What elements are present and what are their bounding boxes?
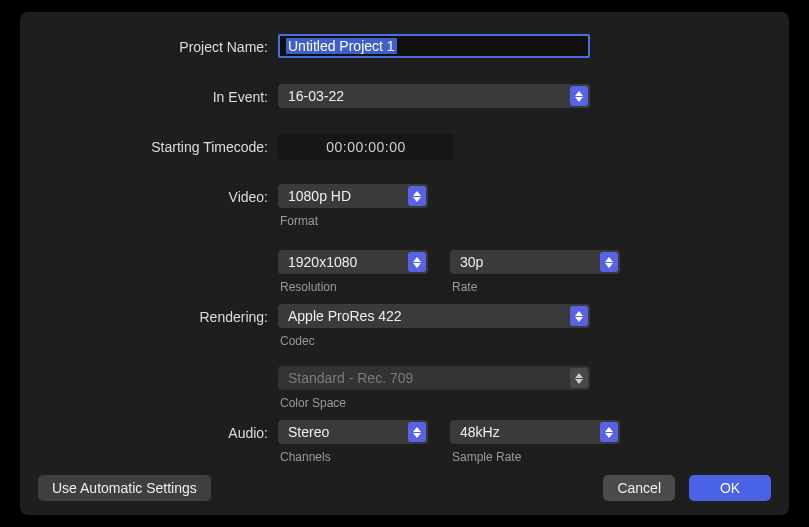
codec-popup[interactable]: Apple ProRes 422 bbox=[278, 304, 590, 328]
sub-rate: Rate bbox=[452, 280, 620, 294]
channels-popup[interactable]: Stereo bbox=[278, 420, 428, 444]
channels-value: Stereo bbox=[288, 424, 329, 440]
video-format-popup[interactable]: 1080p HD bbox=[278, 184, 428, 208]
row-starting-tc: Starting Timecode: 00:00:00:00 bbox=[38, 134, 771, 162]
codec-value: Apple ProRes 422 bbox=[288, 308, 402, 324]
updown-icon bbox=[570, 86, 588, 106]
label-project-name: Project Name: bbox=[38, 34, 278, 60]
updown-icon bbox=[600, 422, 618, 442]
project-name-input[interactable]: Untitled Project 1 bbox=[278, 34, 590, 58]
sub-sample-rate: Sample Rate bbox=[452, 450, 620, 464]
project-name-text: Untitled Project 1 bbox=[286, 38, 397, 54]
label-rendering: Rendering: bbox=[38, 304, 278, 330]
updown-icon bbox=[408, 186, 426, 206]
color-space-popup[interactable]: Standard - Rec. 709 bbox=[278, 366, 590, 390]
color-space-value: Standard - Rec. 709 bbox=[288, 370, 413, 386]
timecode-input[interactable]: 00:00:00:00 bbox=[278, 134, 454, 160]
event-popup[interactable]: 16-03-22 bbox=[278, 84, 590, 108]
cancel-button[interactable]: Cancel bbox=[603, 475, 675, 501]
row-in-event: In Event: 16-03-22 bbox=[38, 84, 771, 112]
updown-icon bbox=[600, 252, 618, 272]
sub-codec: Codec bbox=[280, 334, 590, 348]
updown-icon bbox=[408, 252, 426, 272]
video-format-value: 1080p HD bbox=[288, 188, 351, 204]
footer: Use Automatic Settings Cancel OK bbox=[38, 475, 771, 501]
label-starting-tc: Starting Timecode: bbox=[38, 134, 278, 160]
row-video: Video: 1080p HD Format bbox=[38, 184, 771, 294]
ok-button[interactable]: OK bbox=[689, 475, 771, 501]
updown-icon bbox=[570, 306, 588, 326]
updown-icon bbox=[570, 368, 588, 388]
sub-resolution: Resolution bbox=[280, 280, 428, 294]
resolution-popup[interactable]: 1920x1080 bbox=[278, 250, 428, 274]
rate-popup[interactable]: 30p bbox=[450, 250, 620, 274]
label-video: Video: bbox=[38, 184, 278, 210]
row-project-name: Project Name: Untitled Project 1 bbox=[38, 34, 771, 62]
sample-rate-value: 48kHz bbox=[460, 424, 500, 440]
sub-channels: Channels bbox=[280, 450, 428, 464]
new-project-dialog: Project Name: Untitled Project 1 In Even… bbox=[20, 12, 789, 515]
updown-icon bbox=[408, 422, 426, 442]
label-in-event: In Event: bbox=[38, 84, 278, 110]
use-automatic-settings-button[interactable]: Use Automatic Settings bbox=[38, 475, 211, 501]
sub-color-space: Color Space bbox=[280, 396, 590, 410]
event-value: 16-03-22 bbox=[288, 88, 344, 104]
form: Project Name: Untitled Project 1 In Even… bbox=[38, 34, 771, 464]
row-rendering: Rendering: Apple ProRes 422 Codec bbox=[38, 304, 771, 410]
resolution-value: 1920x1080 bbox=[288, 254, 357, 270]
row-audio: Audio: Stereo Channels 48kHz bbox=[38, 420, 771, 464]
rate-value: 30p bbox=[460, 254, 483, 270]
sample-rate-popup[interactable]: 48kHz bbox=[450, 420, 620, 444]
label-audio: Audio: bbox=[38, 420, 278, 446]
sub-format: Format bbox=[280, 214, 620, 228]
